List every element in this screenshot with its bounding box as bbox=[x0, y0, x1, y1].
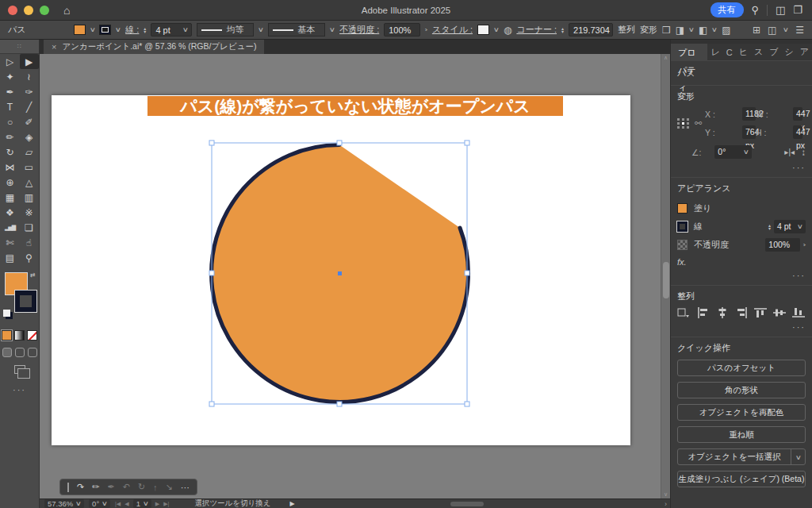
rotation-chevron-icon[interactable]: ∨ bbox=[102, 500, 108, 507]
artboard[interactable]: パス(線)が繋がっていない状態がオープンパス bbox=[52, 95, 630, 445]
tab-history[interactable]: ヒ bbox=[736, 46, 751, 58]
fill-chevron-icon[interactable]: ∨ bbox=[89, 26, 95, 33]
stepper-down-icon[interactable]: ▾ bbox=[144, 30, 146, 33]
pencil-action-icon[interactable]: ✏ bbox=[92, 482, 99, 492]
handle-top-left[interactable] bbox=[209, 140, 214, 145]
repeat-options-chevron-icon[interactable]: ∨ bbox=[711, 26, 718, 33]
document-setup-icon[interactable]: ◍ bbox=[504, 25, 511, 36]
align-menu-button[interactable]: 整列 bbox=[618, 24, 635, 36]
workspace-layout-icon[interactable]: ◫ bbox=[776, 4, 785, 16]
curvature-action-icon[interactable]: ↷ bbox=[77, 482, 84, 492]
tab-properties[interactable]: プロパティ bbox=[671, 44, 707, 61]
dock-config-icon[interactable]: ◫ bbox=[768, 25, 776, 36]
w-field[interactable]: 447 px bbox=[793, 107, 802, 121]
isolate-selection-icon[interactable]: ❒ bbox=[662, 25, 671, 36]
link-dimensions-icon[interactable]: ⚯ bbox=[691, 118, 705, 129]
redraw-action-icon[interactable]: ↻ bbox=[138, 482, 145, 492]
draw-normal-mode-icon[interactable] bbox=[2, 348, 12, 357]
handle-bottom-right[interactable] bbox=[465, 402, 469, 406]
generative-fill-button[interactable]: 生成塗りつぶし (シェイプ) (Beta) bbox=[677, 471, 806, 487]
align-left-icon[interactable] bbox=[697, 307, 710, 318]
horizontal-scrollbar[interactable] bbox=[300, 501, 660, 507]
style-swatch[interactable] bbox=[477, 25, 489, 35]
flip-vertical-icon[interactable]: ↨ bbox=[802, 148, 806, 156]
search-icon[interactable]: ⚲ bbox=[752, 4, 760, 16]
vertical-scrollbar[interactable]: ∧ ∨ bbox=[661, 54, 670, 498]
appearance-stroke-swatch[interactable] bbox=[677, 221, 688, 232]
y-field[interactable]: 764 px bbox=[742, 125, 756, 139]
zoom-tool[interactable]: ⚲ bbox=[20, 250, 39, 265]
tab-layers[interactable]: レ bbox=[707, 46, 722, 58]
eraser-tool[interactable]: ◈ bbox=[20, 129, 39, 144]
magic-wand-tool[interactable]: ✦ bbox=[1, 69, 20, 84]
scale-tool[interactable]: ▱ bbox=[20, 144, 39, 160]
contextual-task-bar[interactable]: ↷ ✏ ✒ ↶ ↻ ↑ ↘ ··· bbox=[59, 479, 197, 495]
gradient-tool[interactable]: ▥ bbox=[20, 190, 39, 205]
none-button[interactable] bbox=[27, 330, 37, 341]
handle-mid-right[interactable] bbox=[465, 271, 469, 275]
tab-artboards[interactable]: ア bbox=[797, 46, 812, 58]
screen-mode-icon[interactable] bbox=[14, 365, 25, 374]
recolor-object-button[interactable]: オブジェクトを再配色 bbox=[677, 404, 806, 421]
paintbrush-tool[interactable]: ✐ bbox=[20, 114, 39, 129]
repeat-options-icon[interactable]: ◧ bbox=[699, 25, 707, 36]
handle-top-right[interactable] bbox=[465, 140, 469, 145]
hand-tool[interactable]: ☝ bbox=[20, 235, 39, 250]
angle-chevron-icon[interactable]: ∨ bbox=[743, 145, 749, 159]
appearance-more-options-icon[interactable]: ··· bbox=[677, 271, 806, 280]
color-button[interactable] bbox=[2, 330, 12, 341]
lasso-tool[interactable]: ≀ bbox=[20, 69, 39, 84]
align-to-selection-icon[interactable] bbox=[677, 307, 691, 318]
select-similar-objects-button[interactable]: オブジェクトを一括選択 ∨ bbox=[677, 448, 806, 465]
blend-tool[interactable]: ❖ bbox=[1, 205, 20, 220]
direct-selection-tool[interactable]: ▷ bbox=[1, 54, 20, 69]
stroke-chevron-icon[interactable]: ∨ bbox=[115, 26, 121, 33]
center-point-marker[interactable] bbox=[338, 271, 342, 275]
mesh-tool[interactable]: ▦ bbox=[1, 190, 20, 205]
perspective-grid-tool[interactable]: △ bbox=[20, 175, 39, 190]
opacity-label[interactable]: 不透明度 : bbox=[339, 24, 379, 36]
curvature-tool[interactable]: ✑ bbox=[20, 84, 39, 99]
corner-field[interactable]: 219.7304 bbox=[569, 23, 613, 37]
brush-chevron-icon[interactable]: ∨ bbox=[329, 26, 335, 33]
last-artboard-icon[interactable]: ▶| bbox=[163, 501, 169, 507]
panels-icon[interactable]: ❐ bbox=[793, 4, 802, 16]
tab-symbols[interactable]: シ bbox=[781, 46, 796, 58]
shape-builder-tool[interactable]: ⊕ bbox=[1, 175, 20, 190]
zoom-level-select[interactable]: 57.36% ∨ bbox=[44, 499, 84, 508]
dock-config-chevron-icon[interactable]: ∨ bbox=[783, 26, 789, 33]
panel-menu-icon[interactable]: ☰ bbox=[795, 25, 804, 36]
stroke-color-swatch[interactable] bbox=[99, 25, 111, 35]
transform-menu-button[interactable]: 変形 bbox=[640, 24, 657, 36]
next-artboard-icon[interactable]: ▶ bbox=[155, 501, 159, 507]
status-menu-arrow-icon[interactable]: ▶ bbox=[290, 500, 295, 507]
artboard-chevron-icon[interactable]: ∨ bbox=[143, 500, 149, 507]
opacity-checker-icon[interactable] bbox=[677, 240, 688, 250]
align-center-vertical-icon[interactable] bbox=[773, 307, 786, 318]
taskbar-more-icon[interactable]: ··· bbox=[181, 483, 190, 492]
scroll-up-icon[interactable]: ∧ bbox=[664, 54, 668, 62]
anchor-action-icon[interactable]: ↑ bbox=[153, 483, 158, 492]
artboard-tool[interactable]: ❏ bbox=[20, 220, 39, 235]
align-right-icon[interactable] bbox=[735, 307, 748, 318]
fx-button[interactable]: fx. bbox=[677, 257, 806, 267]
rotate-tool[interactable]: ↻ bbox=[1, 144, 20, 160]
draw-behind-mode-icon[interactable] bbox=[15, 348, 25, 357]
stepper-down-icon[interactable]: ▾ bbox=[561, 30, 564, 33]
symbol-sprayer-tool[interactable]: ※ bbox=[20, 205, 39, 220]
handle-mid-left[interactable] bbox=[209, 271, 214, 275]
align-more-options-icon[interactable]: ··· bbox=[677, 322, 806, 332]
tab-brushes[interactable]: ブ bbox=[766, 46, 781, 58]
panel-stroke-weight-field[interactable]: 4 pt ∨ bbox=[774, 220, 806, 233]
offset-path-button[interactable]: パスのオフセット bbox=[677, 360, 806, 376]
opacity-panel-arrow-icon[interactable]: › bbox=[425, 26, 428, 33]
selection-tool[interactable]: ▶ bbox=[20, 54, 39, 69]
shape-options-icon[interactable]: ◨ bbox=[676, 25, 684, 36]
line-segment-tool[interactable]: ╱ bbox=[20, 99, 39, 114]
align-bottom-icon[interactable] bbox=[792, 307, 805, 318]
toolbar-drag-dots[interactable]: ∷ bbox=[0, 40, 39, 54]
width-profile-select[interactable]: 均等 bbox=[197, 23, 254, 37]
type-tool[interactable]: T bbox=[1, 99, 20, 114]
corner-action-icon[interactable]: ↘ bbox=[166, 482, 173, 492]
angle-field[interactable]: 0° ∨ bbox=[714, 145, 752, 159]
